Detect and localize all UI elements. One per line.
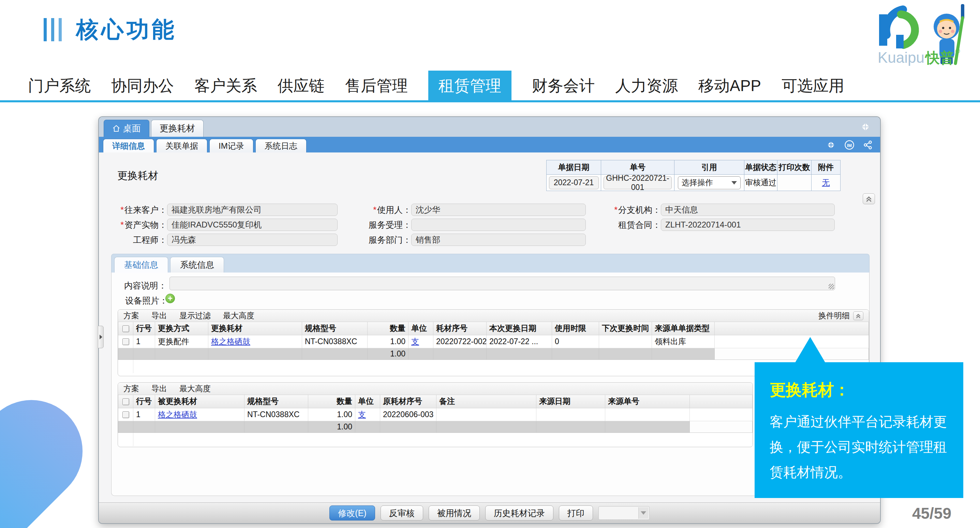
- nav-item-finance[interactable]: 财务会计: [532, 70, 595, 101]
- nav-item-after-sales[interactable]: 售后管理: [345, 70, 408, 101]
- modify-button[interactable]: 修改(E): [329, 506, 375, 520]
- subtab-detail-info[interactable]: 详细信息: [103, 139, 154, 153]
- grid2-total-qty: 1.00: [308, 421, 355, 432]
- grid1-show-filter-link[interactable]: 显示过滤: [179, 310, 211, 321]
- subtab-related-docs[interactable]: 关联单据: [156, 139, 207, 153]
- slide: 核心功能: [0, 0, 980, 528]
- grid2-col-unit: 单位: [355, 395, 380, 408]
- subtab-im-records[interactable]: IM记录: [209, 139, 253, 153]
- unit-link[interactable]: 支: [411, 337, 419, 346]
- customer-input[interactable]: 福建兆联房地产有限公司: [167, 204, 337, 216]
- grid2-col-line-no: 行号: [133, 395, 155, 408]
- select-all-checkbox[interactable]: [123, 399, 129, 405]
- col-doc-status: 单据状态: [745, 160, 778, 175]
- share-icon[interactable]: [863, 140, 873, 151]
- subtab-system-log[interactable]: 系统日志: [255, 139, 307, 153]
- consumable-link[interactable]: 格之格硒鼓: [211, 337, 250, 346]
- row-checkbox[interactable]: [123, 338, 129, 345]
- col-attachment: 附件: [811, 160, 840, 175]
- table-row[interactable]: 1 更换配件 格之格硒鼓 NT-CN0388XC 1.00 支 20220722…: [118, 335, 869, 348]
- unapprove-button[interactable]: 反审核: [380, 506, 423, 520]
- table-row[interactable]: 1 格之格硒鼓 NT-CN0388XC 1.00 支 20220606-003: [118, 408, 752, 421]
- nav-item-rental-management[interactable]: 租赁管理: [428, 70, 511, 101]
- doc-date-input[interactable]: 2022-07-21: [549, 176, 599, 189]
- logo-brand-cn: 快普: [924, 50, 954, 66]
- tab-basic-info[interactable]: 基础信息: [114, 257, 168, 273]
- sidebar-expand-handle[interactable]: [98, 326, 103, 348]
- rental-contract-input[interactable]: ZLHT-20220714-001: [661, 219, 835, 231]
- service-accept-input[interactable]: [411, 219, 586, 231]
- compress-icon[interactable]: [860, 122, 870, 133]
- unit-link[interactable]: 支: [358, 410, 366, 419]
- engineer-input[interactable]: 冯先森: [167, 234, 337, 246]
- branch-label: *分支机构：: [593, 204, 661, 215]
- subbar-icons: IM: [826, 139, 873, 152]
- grid2-export-link[interactable]: 导出: [151, 383, 167, 394]
- tab-desktop[interactable]: 桌面: [103, 120, 150, 137]
- row-checkbox[interactable]: [123, 412, 129, 418]
- grid1-col-serial: 耗材序号: [433, 322, 487, 335]
- service-dept-label: 服务部门：: [355, 234, 411, 246]
- grid1-col-model: 规格型号: [302, 322, 368, 335]
- add-photo-icon[interactable]: +: [165, 294, 175, 303]
- asset-input[interactable]: 佳能IRADVC5550复印机: [167, 219, 337, 231]
- print-button[interactable]: 打印: [559, 506, 593, 520]
- nav-item-mobile-app[interactable]: 移动APP: [698, 70, 761, 101]
- collapse-header-button[interactable]: [863, 193, 875, 204]
- grid2-col-model: 规格型号: [245, 395, 308, 408]
- user-label: *使用人：: [355, 204, 411, 215]
- grid1-export-link[interactable]: 导出: [151, 310, 167, 321]
- im-icon[interactable]: IM: [844, 139, 855, 152]
- branch-input[interactable]: 中天信息: [661, 204, 835, 216]
- tab-desktop-label: 桌面: [123, 123, 141, 134]
- footer-select[interactable]: [598, 506, 649, 520]
- service-dept-input[interactable]: 销售部: [411, 234, 586, 246]
- grid1-col-next-change: 下次更换时间: [599, 322, 652, 335]
- tab-doc-label: 更换耗材: [159, 123, 195, 134]
- usage-status-button[interactable]: 被用情况: [429, 506, 480, 520]
- select-all-checkbox[interactable]: [123, 325, 129, 332]
- chevron-down-icon: [732, 181, 737, 185]
- grid1-collapse-button[interactable]: [853, 311, 863, 320]
- slide-header: 核心功能: [44, 14, 177, 45]
- grid2-col-consumable: 被更换耗材: [155, 395, 245, 408]
- callout-pointer: [794, 337, 826, 364]
- nav-item-portal[interactable]: 门户系统: [28, 70, 91, 101]
- content-desc-textarea[interactable]: [169, 277, 835, 290]
- nav-item-optional-apps[interactable]: 可选应用: [781, 70, 844, 101]
- nav-item-supply-chain[interactable]: 供应链: [278, 70, 325, 101]
- kuaipu-logo: Kuaipu 快普 ®: [863, 2, 975, 67]
- decorative-band: [0, 379, 103, 528]
- footer-toolbar: 修改(E) 反审核 被用情况 历史耗材记录 打印: [99, 502, 880, 523]
- logo-brand-en: Kuaipu: [878, 49, 924, 66]
- reference-select[interactable]: 选择操作: [678, 176, 741, 189]
- tab-replace-consumables[interactable]: 更换耗材: [151, 120, 204, 137]
- tab-system-info[interactable]: 系统信息: [170, 257, 224, 273]
- grid1-col-change-date: 本次更换日期: [487, 322, 552, 335]
- compress-icon[interactable]: [826, 140, 836, 151]
- nav-item-collaboration[interactable]: 协同办公: [111, 70, 174, 101]
- consumable-link[interactable]: 格之格硒鼓: [158, 410, 197, 419]
- user-input[interactable]: 沈少华: [411, 204, 586, 216]
- grid1-col-usage-limit: 使用时限: [552, 322, 599, 335]
- grid2-col-source-date: 来源日期: [536, 395, 605, 408]
- grid2-plan-link[interactable]: 方案: [123, 383, 139, 394]
- nav-item-crm[interactable]: 客户关系: [194, 70, 257, 101]
- doc-no-input[interactable]: GHHC-20220721-001: [603, 176, 672, 189]
- resize-grip-icon[interactable]: [829, 284, 834, 289]
- replaced-consumable-grid: 方案 导出 最大高度 行号 被更换耗材: [118, 382, 753, 447]
- grid1-max-height-link[interactable]: 最大高度: [223, 310, 255, 321]
- history-records-button[interactable]: 历史耗材记录: [485, 506, 554, 520]
- content-desc-label: 内容说明：: [111, 280, 167, 291]
- grid1-col-unit: 单位: [409, 322, 433, 335]
- nav-item-hr[interactable]: 人力资源: [615, 70, 678, 101]
- grid1-col-source-type: 来源单单据类型: [652, 322, 715, 335]
- document-title: 更换耗材: [117, 169, 158, 183]
- logo-reg-mark: ®: [955, 48, 960, 54]
- attachment-link[interactable]: 无: [822, 178, 830, 187]
- grid1-plan-link[interactable]: 方案: [123, 310, 139, 321]
- grid2-toolbar: 方案 导出 最大高度: [118, 383, 752, 395]
- grid1-col-method: 更换方式: [155, 322, 208, 335]
- col-doc-no: 单号: [601, 160, 675, 175]
- grid2-max-height-link[interactable]: 最大高度: [179, 383, 211, 394]
